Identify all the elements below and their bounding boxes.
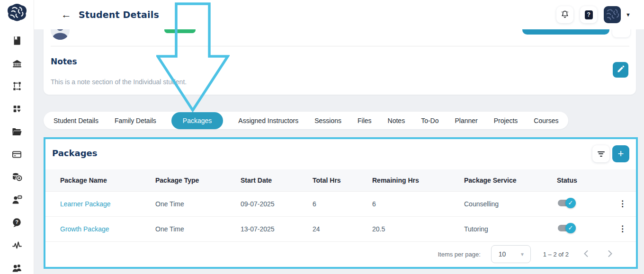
secondary-action-button-cutoff[interactable] (612, 29, 630, 37)
tab-planner[interactable]: Planner (454, 117, 479, 124)
col-status: Status (557, 169, 609, 191)
pencil-icon (617, 65, 625, 75)
sidebar-item-institution[interactable] (0, 52, 34, 75)
check-icon (565, 223, 576, 233)
institution-icon (12, 58, 22, 69)
sidebar-item-folder[interactable] (0, 120, 34, 143)
sidebar-item-payment-card[interactable] (0, 143, 34, 166)
col-package-name: Package Name (45, 169, 155, 191)
table-header-row: Package Name Package Type Start Date Tot… (45, 169, 636, 191)
add-package-button[interactable] (612, 145, 629, 162)
avatar-brain-icon (604, 7, 620, 23)
bell-icon (560, 9, 570, 20)
detail-tabs: Student Details Family Details Packages … (44, 112, 568, 129)
folder-open-icon (11, 126, 22, 137)
credit-card-icon (11, 149, 22, 160)
status-badge (164, 29, 196, 33)
widgets-icon (12, 104, 22, 114)
packages-card: Packages Package Name Package Type Start… (45, 139, 636, 267)
tab-student-details[interactable]: Student Details (53, 117, 99, 124)
sidebar-item-activity[interactable] (0, 234, 34, 256)
remaining-hrs-cell: 6 (372, 191, 464, 216)
pagination-range: 1 – 2 of 2 (543, 251, 569, 258)
sidebar-item-users[interactable] (0, 256, 34, 274)
tab-packages[interactable]: Packages (171, 112, 223, 129)
pagination-nav (580, 248, 616, 260)
col-total-hrs: Total Hrs (313, 169, 372, 191)
sidebar-nav: ? (0, 27, 34, 274)
student-avatar (51, 29, 70, 40)
tab-sessions[interactable]: Sessions (313, 117, 342, 124)
sidebar-item-consultation[interactable] (0, 188, 34, 211)
col-actions (609, 169, 636, 191)
page-size-value: 10 (499, 250, 506, 258)
sidebar-item-widgets[interactable] (0, 97, 34, 120)
annotation-highlight-box: Packages Package Name Package Type Start… (44, 137, 638, 269)
sidebar-item-help[interactable]: ? (0, 211, 34, 234)
package-name-link[interactable]: Learner Package (60, 200, 111, 208)
notifications-button[interactable] (556, 6, 573, 23)
check-icon (565, 198, 576, 208)
topbar: ← Student Details ? ▼ (34, 0, 644, 29)
dropdown-caret-icon: ▼ (520, 252, 525, 257)
app-logo[interactable] (0, 0, 34, 27)
finance-coins-icon (11, 171, 23, 183)
brain-icon (6, 3, 28, 25)
question-icon: ? (585, 10, 593, 19)
packages-actions (592, 145, 629, 162)
edit-notes-button[interactable] (613, 62, 628, 78)
col-package-type: Package Type (155, 169, 241, 191)
sidebar-item-workflow[interactable] (0, 75, 34, 97)
tab-todo[interactable]: To-Do (420, 117, 439, 124)
table-row: Learner Package One Time 09-07-2025 6 6 … (45, 191, 636, 216)
question-bubble-icon: ? (11, 217, 22, 228)
notebook-icon (12, 35, 22, 46)
tab-notes[interactable]: Notes (387, 117, 406, 124)
tab-family-details[interactable]: Family Details (114, 117, 157, 124)
package-service-cell: Counselling (464, 191, 557, 216)
help-button[interactable]: ? (580, 6, 597, 23)
row-menu-button[interactable] (616, 222, 629, 236)
sidebar-item-finance[interactable] (0, 166, 34, 188)
profile-avatar[interactable] (604, 6, 621, 23)
previous-page-button[interactable] (580, 248, 592, 260)
sidebar-item-notebook[interactable] (0, 29, 34, 52)
notes-text: This is a note section of the Individual… (51, 78, 187, 86)
svg-text:?: ? (15, 219, 18, 225)
total-hrs-cell: 24 (313, 216, 372, 241)
start-date-cell: 13-07-2025 (241, 216, 313, 241)
screen: ? ← Student Details ? ▼ (0, 0, 644, 274)
person-chat-icon (11, 194, 23, 205)
status-toggle[interactable] (558, 223, 576, 233)
total-hrs-cell: 6 (313, 191, 372, 216)
tab-files[interactable]: Files (357, 117, 373, 124)
tab-courses[interactable]: Courses (533, 117, 559, 124)
primary-action-button-cutoff[interactable] (522, 29, 609, 35)
row-menu-button[interactable] (616, 197, 629, 211)
profile-caret-icon[interactable]: ▼ (626, 12, 631, 18)
next-page-button[interactable] (604, 248, 616, 260)
status-toggle[interactable] (558, 198, 576, 208)
tab-projects[interactable]: Projects (493, 117, 519, 124)
page-title: Student Details (79, 9, 159, 20)
packages-title: Packages (52, 148, 97, 158)
col-package-service: Package Service (464, 169, 557, 191)
start-date-cell: 09-07-2025 (241, 191, 313, 216)
remaining-hrs-cell: 20.5 (372, 216, 464, 241)
filter-icon (598, 151, 605, 157)
sidebar: ? (0, 0, 34, 274)
filter-button[interactable] (592, 145, 609, 162)
package-type-cell: One Time (155, 191, 241, 216)
items-per-page-label: Items per page: (438, 251, 480, 258)
pagination: Items per page: 10 ▼ 1 – 2 of 2 (45, 241, 636, 267)
packages-table: Package Name Package Type Start Date Tot… (45, 169, 636, 242)
package-name-link[interactable]: Growth Package (60, 225, 109, 233)
divider (51, 46, 629, 46)
page-size-select[interactable]: 10 ▼ (491, 245, 531, 263)
tab-assigned-instructors[interactable]: Assigned Instructors (237, 117, 299, 124)
back-button[interactable]: ← (59, 7, 74, 22)
pulse-icon (11, 239, 23, 251)
package-type-cell: One Time (155, 216, 241, 241)
student-summary-card: Notes This is a note section of the Indi… (44, 29, 636, 95)
notes-title: Notes (51, 57, 77, 66)
